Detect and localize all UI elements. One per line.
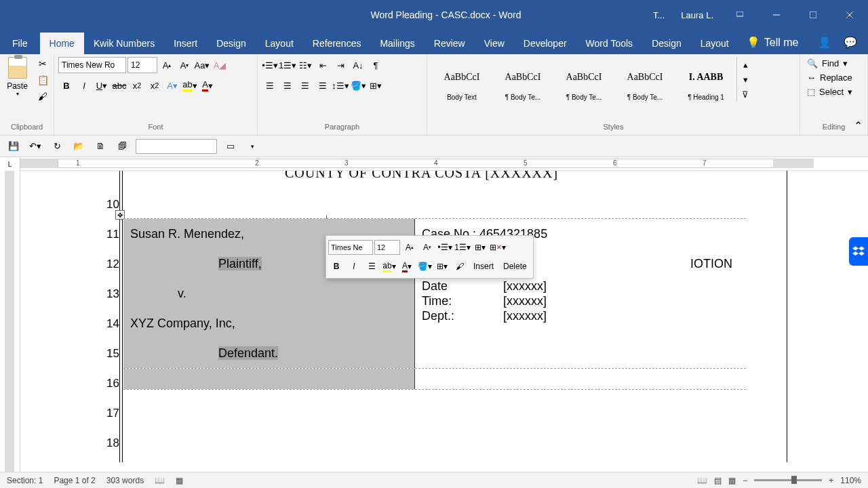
styles-more-icon[interactable]: ⊽ (737, 87, 753, 102)
shrink-font-icon[interactable]: A▾ (176, 57, 193, 73)
view-web-icon[interactable]: ▦ (728, 476, 736, 485)
status-page[interactable]: Page 1 of 2 (54, 476, 95, 485)
caption-left-cell-2[interactable] (123, 369, 415, 389)
mini-shading-icon[interactable]: 🪣▾ (416, 258, 433, 274)
line-spacing-icon[interactable]: ↕☰▾ (332, 77, 349, 94)
change-case-icon[interactable]: Aa▾ (194, 57, 210, 73)
format-painter-icon[interactable]: 🖌 (36, 89, 50, 103)
tab-layout2[interactable]: Layout (691, 33, 738, 54)
open-icon[interactable]: 📂 (71, 138, 87, 155)
underline-button[interactable]: U▾ (94, 77, 110, 94)
mini-grow-font-icon[interactable]: A▴ (401, 239, 418, 256)
tell-me[interactable]: 💡 Tell me (738, 30, 807, 54)
align-right-icon[interactable]: ☰ (297, 77, 313, 94)
style-heading1[interactable]: I. AABB¶ Heading 1 (675, 57, 736, 104)
mini-italic-button[interactable]: I (346, 258, 362, 274)
vertical-ruler[interactable] (0, 171, 20, 483)
mini-bold-button[interactable]: B (328, 258, 344, 274)
mini-table-delete-icon[interactable]: ⊞✕▾ (490, 239, 506, 256)
qat-icon-2[interactable]: 🗐 (114, 138, 130, 155)
mini-size-input[interactable] (374, 240, 400, 255)
mini-format-painter-icon[interactable]: 🖌 (452, 258, 468, 274)
collapse-ribbon-icon[interactable]: ⌃ (854, 119, 863, 132)
strikethrough-button[interactable]: abc (111, 77, 127, 94)
tab-view[interactable]: View (475, 33, 514, 54)
status-macro-icon[interactable]: ▦ (176, 476, 183, 485)
qat-icon-1[interactable]: 🗎 (92, 138, 108, 155)
font-size-input[interactable] (127, 57, 157, 73)
share-icon[interactable]: 👤 (818, 36, 831, 49)
redo-icon[interactable]: ↻ (49, 138, 65, 155)
tab-kwik[interactable]: Kwik Numbers (84, 33, 164, 54)
shading-icon[interactable]: 🪣▾ (350, 77, 366, 94)
increase-indent-icon[interactable]: ⇥ (332, 57, 349, 73)
dropbox-badge[interactable] (849, 237, 868, 266)
superscript-button[interactable]: x2 (146, 77, 163, 94)
zoom-out-button[interactable]: − (743, 476, 747, 485)
align-center-icon[interactable]: ☰ (279, 77, 296, 94)
qat-icon-3[interactable]: ▭ (222, 138, 239, 155)
mini-font-input[interactable] (328, 240, 373, 255)
multilevel-icon[interactable]: ☷▾ (297, 57, 313, 73)
zoom-slider[interactable] (754, 479, 822, 481)
mini-font-color-icon[interactable]: A▾ (399, 258, 415, 274)
document-canvas[interactable]: COUNTY OF CONTRA COSTA [XXXXXX] 10 11 12… (20, 171, 868, 483)
bullets-icon[interactable]: •☰▾ (262, 57, 278, 73)
caption-right-cell-2[interactable] (415, 369, 746, 389)
mini-align-icon[interactable]: ☰ (363, 258, 380, 274)
text-effects-icon[interactable]: A▾ (164, 77, 180, 94)
mini-shrink-font-icon[interactable]: A▾ (419, 239, 435, 256)
tab-references[interactable]: References (303, 33, 371, 54)
status-words[interactable]: 303 words (106, 476, 144, 485)
subscript-button[interactable]: x2 (129, 77, 145, 94)
undo-icon[interactable]: ↶▾ (27, 138, 43, 155)
highlight-icon[interactable]: ab▾ (182, 77, 198, 94)
tab-mailings[interactable]: Mailings (370, 33, 424, 54)
status-section[interactable]: Section: 1 (7, 476, 43, 485)
font-name-input[interactable] (58, 57, 126, 73)
user-name[interactable]: Laura L. (675, 10, 719, 20)
copy-icon[interactable]: 📋 (36, 73, 50, 87)
tab-insert[interactable]: Insert (164, 33, 207, 54)
tab-design2[interactable]: Design (642, 33, 691, 54)
mini-borders-icon[interactable]: ⊞▾ (434, 258, 450, 274)
tab-layout[interactable]: Layout (256, 33, 303, 54)
align-left-icon[interactable]: ☰ (262, 77, 278, 94)
status-spell-icon[interactable]: 📖 (155, 476, 165, 485)
tab-design[interactable]: Design (207, 33, 256, 54)
mini-table-icon[interactable]: ⊞▾ (472, 239, 488, 256)
numbering-icon[interactable]: 1☰▾ (279, 57, 296, 73)
mini-highlight-icon[interactable]: ab▾ (381, 258, 397, 274)
sort-icon[interactable]: A↓ (350, 57, 366, 73)
tab-review[interactable]: Review (425, 33, 475, 54)
mini-delete-button[interactable]: Delete (499, 262, 531, 271)
styles-down-icon[interactable]: ▾ (737, 72, 753, 87)
clear-format-icon[interactable]: A◢ (212, 57, 228, 73)
mini-numbering-icon[interactable]: 1☰▾ (454, 239, 471, 256)
comments-icon[interactable]: 💬 (844, 36, 857, 49)
cut-icon[interactable]: ✂ (36, 57, 50, 70)
style-body-te1[interactable]: AaBbCcI¶ Body Te... (492, 57, 553, 104)
select-button[interactable]: ⬚Select ▾ (804, 85, 855, 98)
paste-button[interactable]: Paste ▾ (4, 57, 31, 97)
italic-button[interactable]: I (76, 77, 92, 94)
style-body-te3[interactable]: AaBbCcI¶ Body Te... (614, 57, 675, 104)
tab-wordtools[interactable]: Word Tools (576, 33, 643, 54)
bold-button[interactable]: B (58, 77, 75, 94)
borders-icon[interactable]: ⊞▾ (368, 77, 384, 94)
style-gallery[interactable]: AaBbCcIBody Text AaBbCcI¶ Body Te... AaB… (431, 57, 753, 104)
save-icon[interactable]: 💾 (5, 138, 22, 155)
find-button[interactable]: 🔍Find ▾ (804, 57, 850, 70)
tab-file[interactable]: File (0, 33, 40, 54)
minimize-button[interactable] (761, 5, 792, 25)
ribbon-display-icon[interactable] (724, 5, 755, 25)
maximize-button[interactable] (797, 5, 829, 25)
style-body-te2[interactable]: AaBbCcI¶ Body Te... (553, 57, 614, 104)
user-initial[interactable]: T... (648, 10, 670, 20)
horizontal-ruler[interactable]: 1 2 3 4 5 6 7 (20, 157, 868, 171)
close-button[interactable] (834, 5, 865, 25)
qat-more-icon[interactable]: ▾ (244, 138, 260, 155)
tab-home[interactable]: Home (40, 33, 84, 54)
mini-insert-button[interactable]: Insert (469, 262, 498, 271)
view-read-icon[interactable]: 📖 (697, 476, 707, 485)
